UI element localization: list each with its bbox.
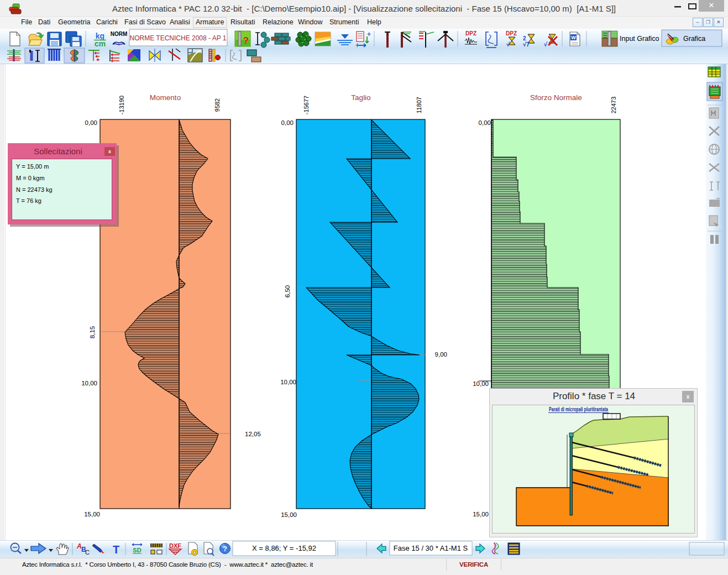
svg-text:T: T <box>113 543 119 556</box>
svg-text:Fase 15 / 30 * A1-M1 S: Fase 15 / 30 * A1-M1 S <box>394 544 468 552</box>
svg-text:+: + <box>367 30 371 38</box>
svg-text:√7: √7 <box>523 41 530 48</box>
svg-text:DXF: DXF <box>169 542 181 549</box>
svg-text:?: ? <box>223 545 227 553</box>
svg-text:Parati di micropali pluritiran: Parati di micropali pluritirantata <box>549 406 608 412</box>
svg-text:Input Grafico: Input Grafico <box>620 35 659 43</box>
svg-text:X = 8,86; Y = -15,92: X = 8,86; Y = -15,92 <box>252 544 316 552</box>
svg-text:?: ? <box>243 35 249 46</box>
svg-text:NORM: NORM <box>111 31 128 37</box>
svg-text:NORME TECNICHE 2008 - AP 1: NORME TECNICHE 2008 - AP 1 <box>130 34 227 42</box>
svg-text:C: C <box>85 549 90 556</box>
svg-text:Grafica: Grafica <box>683 35 705 43</box>
svg-text:cm: cm <box>95 39 106 48</box>
svg-text:+: + <box>355 41 359 49</box>
svg-text:SD: SD <box>133 547 141 553</box>
svg-text:√: √ <box>506 41 510 48</box>
svg-text:DPZ: DPZ <box>465 30 476 36</box>
svg-text:√: √ <box>544 41 548 48</box>
svg-text:W: W <box>571 35 576 40</box>
svg-text:DPZ: DPZ <box>506 30 517 36</box>
